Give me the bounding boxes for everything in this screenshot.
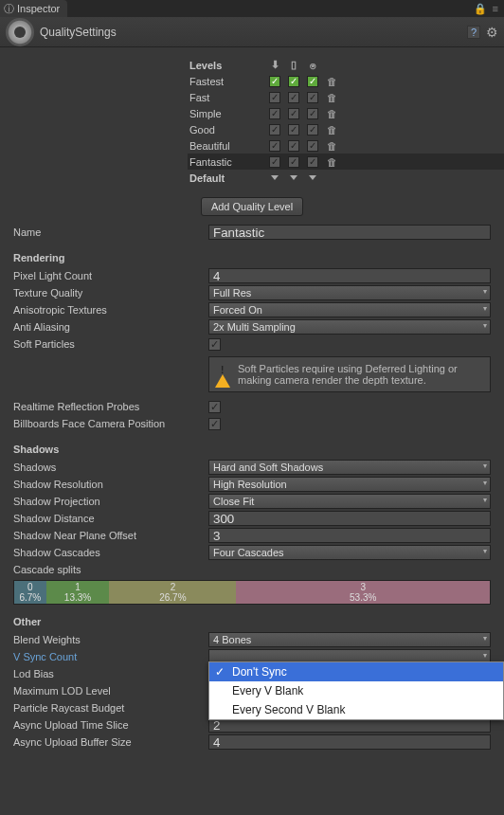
desktop-icon: ⬇ xyxy=(265,59,284,71)
level-desktop-checkbox[interactable] xyxy=(269,156,280,168)
level-mobile-checkbox[interactable] xyxy=(288,140,299,152)
trash-icon[interactable]: 🗑 xyxy=(322,92,341,103)
level-web-checkbox[interactable] xyxy=(307,92,318,103)
texture-quality-label: Texture Quality xyxy=(13,287,208,299)
shadow-res-popup[interactable]: High Resolution xyxy=(208,477,491,492)
level-web-checkbox[interactable] xyxy=(307,76,318,87)
billboards-label: Billboards Face Camera Position xyxy=(13,418,208,429)
shadow-cascades-popup[interactable]: Four Cascades xyxy=(208,545,491,560)
level-name: Simple xyxy=(189,108,265,119)
shadows-label: Shadows xyxy=(13,462,208,473)
default-label: Default xyxy=(189,172,265,184)
cascade-segment-2[interactable]: 226.7% xyxy=(109,581,236,604)
level-desktop-checkbox[interactable] xyxy=(269,92,280,103)
shadow-near-input[interactable] xyxy=(208,528,491,543)
trash-icon[interactable]: 🗑 xyxy=(322,124,341,136)
level-web-checkbox[interactable] xyxy=(307,124,318,136)
gear-icon xyxy=(6,18,34,46)
trash-icon[interactable]: 🗑 xyxy=(322,108,341,119)
vsync-label: V Sync Count xyxy=(13,651,208,662)
level-mobile-checkbox[interactable] xyxy=(288,124,299,136)
soft-particles-label: Soft Particles xyxy=(13,338,208,350)
name-input[interactable] xyxy=(208,225,491,240)
particle-raycast-label: Particle Raycast Budget xyxy=(13,702,208,714)
default-desktop[interactable] xyxy=(265,175,284,180)
add-quality-level-button[interactable]: Add Quality Level xyxy=(201,197,303,216)
cascade-segment-1[interactable]: 113.3% xyxy=(46,581,110,604)
level-web-checkbox[interactable] xyxy=(307,156,318,168)
refl-probes-checkbox[interactable] xyxy=(208,401,221,413)
billboards-checkbox[interactable] xyxy=(208,418,221,430)
tab-menu-icon[interactable]: ≡ xyxy=(493,3,498,15)
anti-aliasing-popup[interactable]: 2x Multi Sampling xyxy=(208,319,491,335)
help-icon[interactable]: ? xyxy=(467,26,480,39)
level-mobile-checkbox[interactable] xyxy=(288,92,299,103)
levels-table: Levels ⬇ ▯ ⍟ Fastest🗑Fast🗑Simple🗑Good🗑Be… xyxy=(0,47,504,193)
cascade-splits-bar[interactable]: 06.7%113.3%226.7%353.3% xyxy=(13,580,491,605)
blend-weights-popup[interactable]: 4 Bones xyxy=(208,632,491,647)
shadow-proj-label: Shadow Projection xyxy=(13,496,208,507)
shadow-near-label: Shadow Near Plane Offset xyxy=(13,530,208,541)
trash-icon[interactable]: 🗑 xyxy=(322,156,341,168)
max-lod-label: Maximum LOD Level xyxy=(13,685,208,697)
settings-gear-icon[interactable]: ⚙ xyxy=(486,25,498,40)
level-web-checkbox[interactable] xyxy=(307,140,318,152)
vsync-option-1[interactable]: Every V Blank xyxy=(209,681,503,700)
cascade-segment-3[interactable]: 353.3% xyxy=(236,581,490,604)
vsync-option-0[interactable]: Don't Sync xyxy=(209,662,503,681)
pixel-light-input[interactable] xyxy=(208,268,491,283)
level-name: Beautiful xyxy=(189,140,265,152)
level-desktop-checkbox[interactable] xyxy=(269,76,280,87)
inspector-tab[interactable]: ⓘ Inspector xyxy=(0,0,67,17)
level-name: Fast xyxy=(189,92,265,103)
aniso-popup[interactable]: Forced On xyxy=(208,302,491,317)
shadow-cascades-label: Shadow Cascades xyxy=(13,547,208,558)
shadows-popup[interactable]: Hard and Soft Shadows xyxy=(208,460,491,475)
asset-header: QualitySettings ? ⚙ xyxy=(0,17,504,47)
cascade-segment-0[interactable]: 06.7% xyxy=(14,581,46,604)
texture-quality-popup[interactable]: Full Res xyxy=(208,285,491,300)
level-row-good[interactable]: Good🗑 xyxy=(189,121,504,137)
trash-icon[interactable]: 🗑 xyxy=(322,140,341,152)
soft-particles-info-text: Soft Particles require using Deferred Li… xyxy=(238,363,484,386)
anti-aliasing-label: Anti Aliasing xyxy=(13,321,208,333)
level-desktop-checkbox[interactable] xyxy=(269,140,280,152)
level-desktop-checkbox[interactable] xyxy=(269,124,280,136)
async-upload-buffer-label: Async Upload Buffer Size xyxy=(13,736,208,748)
lock-icon[interactable]: 🔒 xyxy=(474,3,487,15)
aniso-label: Anisotropic Textures xyxy=(13,304,208,316)
levels-header: Levels xyxy=(189,60,265,71)
shadows-title: Shadows xyxy=(13,444,491,455)
async-upload-buffer-input[interactable] xyxy=(208,734,491,750)
refl-probes-label: Realtime Reflection Probes xyxy=(13,401,208,412)
level-desktop-checkbox[interactable] xyxy=(269,108,280,119)
level-web-checkbox[interactable] xyxy=(307,108,318,119)
level-row-fantastic[interactable]: Fantastic🗑 xyxy=(188,154,504,170)
default-mobile[interactable] xyxy=(284,175,303,180)
level-mobile-checkbox[interactable] xyxy=(288,156,299,168)
level-mobile-checkbox[interactable] xyxy=(288,76,299,87)
soft-particles-checkbox[interactable] xyxy=(208,338,221,351)
name-label: Name xyxy=(13,226,208,238)
level-row-beautiful[interactable]: Beautiful🗑 xyxy=(189,137,504,154)
mobile-icon: ▯ xyxy=(284,59,303,71)
level-row-simple[interactable]: Simple🗑 xyxy=(189,105,504,121)
other-title: Other xyxy=(13,616,491,627)
default-web[interactable] xyxy=(303,175,322,180)
shadow-res-label: Shadow Resolution xyxy=(13,479,208,490)
level-mobile-checkbox[interactable] xyxy=(288,108,299,119)
info-icon: ⓘ xyxy=(4,2,14,16)
blend-weights-label: Blend Weights xyxy=(13,634,208,645)
lod-bias-label: Lod Bias xyxy=(13,668,208,679)
rendering-title: Rendering xyxy=(13,252,491,263)
vsync-dropdown: Don't SyncEvery V BlankEvery Second V Bl… xyxy=(208,661,504,720)
tab-bar: ⓘ Inspector 🔒 ≡ xyxy=(0,0,504,17)
vsync-option-2[interactable]: Every Second V Blank xyxy=(209,700,503,719)
shadow-dist-input[interactable] xyxy=(208,511,491,526)
level-row-fast[interactable]: Fast🗑 xyxy=(189,89,504,105)
trash-icon[interactable]: 🗑 xyxy=(322,76,341,87)
pixel-light-label: Pixel Light Count xyxy=(13,270,208,281)
shadow-proj-popup[interactable]: Close Fit xyxy=(208,494,491,509)
asset-name: QualitySettings xyxy=(40,26,117,39)
level-row-fastest[interactable]: Fastest🗑 xyxy=(189,73,504,89)
